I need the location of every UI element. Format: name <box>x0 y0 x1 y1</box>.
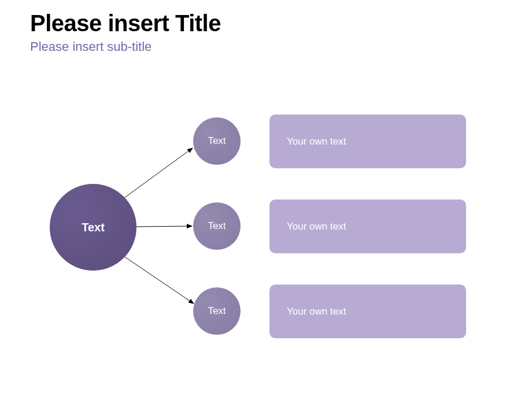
branch-circle-2-label: Text <box>208 220 226 232</box>
branch-circle-3[interactable]: Text <box>193 287 241 335</box>
branch-circle-3-label: Text <box>208 305 226 317</box>
arrow-to-branch-3 <box>122 255 194 304</box>
arrow-to-branch-1 <box>122 148 193 200</box>
branch-textbox-2-text: Your own text <box>287 221 346 232</box>
branch-textbox-3[interactable]: Your own text <box>269 285 466 338</box>
branch-textbox-1[interactable]: Your own text <box>269 114 466 168</box>
arrow-to-branch-2 <box>136 226 192 227</box>
page-subtitle[interactable]: Please insert sub-title <box>30 39 152 54</box>
branch-circle-1-label: Text <box>208 135 226 147</box>
branch-circle-1[interactable]: Text <box>193 117 241 165</box>
main-node-label: Text <box>82 221 105 234</box>
branch-textbox-3-text: Your own text <box>287 306 346 317</box>
branch-textbox-2[interactable]: Your own text <box>269 200 466 253</box>
page-title[interactable]: Please insert Title <box>30 10 221 36</box>
main-node-circle[interactable]: Text <box>50 184 136 271</box>
branch-textbox-1-text: Your own text <box>287 136 346 147</box>
branch-circle-2[interactable]: Text <box>193 202 241 250</box>
